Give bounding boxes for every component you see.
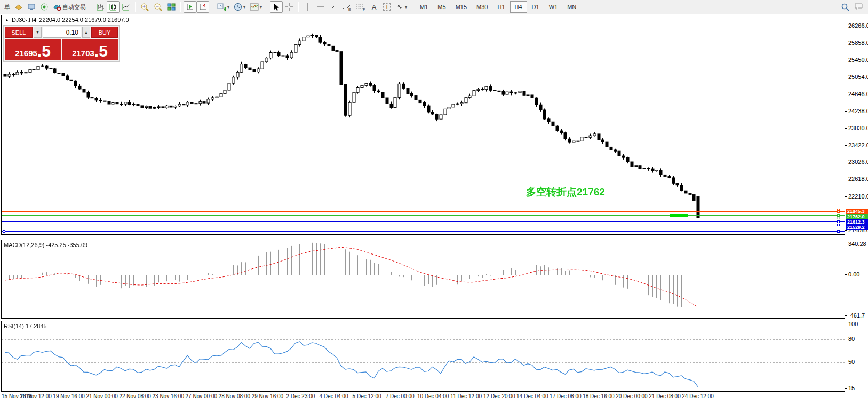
time-axis-label: 19 Nov 16:00 — [53, 393, 85, 399]
clock-icon — [234, 3, 242, 11]
text-tool-button[interactable]: A — [368, 1, 380, 13]
rsi-panel[interactable]: RSI(14) 17.2845 — [1, 321, 845, 392]
separator — [91, 2, 91, 12]
macd-panel[interactable]: MACD(12,26,9) -425.25 -355.09 — [1, 240, 845, 319]
new-chart-button[interactable]: ▾ — [215, 1, 232, 13]
line-handle[interactable] — [837, 220, 840, 223]
axis-tick — [845, 324, 847, 324]
marketwatch-icon[interactable] — [12, 1, 25, 13]
volume-up-stepper[interactable]: ▲ — [82, 27, 90, 38]
horizontal-line-object[interactable] — [2, 211, 845, 212]
buy-button[interactable]: BUY — [91, 27, 118, 38]
horizontal-line-object[interactable] — [2, 231, 845, 232]
volume-input[interactable] — [43, 27, 81, 38]
time-axis-label: 2 Dec 23:00 — [286, 393, 315, 399]
label-tool-button[interactable]: T — [380, 1, 393, 13]
crosshair-tool-button[interactable] — [283, 1, 296, 13]
zoom-in-button[interactable] — [138, 1, 152, 13]
price-chart-panel[interactable]: ▲ DJ30-,H4 22204.0 22254.0 21679.0 21697… — [1, 15, 845, 235]
rsi-chart[interactable] — [2, 321, 845, 391]
timeframe-m1[interactable]: M1 — [415, 1, 433, 13]
zoom-out-button[interactable] — [152, 1, 165, 13]
horizontal-line-object[interactable] — [2, 210, 845, 210]
line-handle[interactable] — [837, 230, 840, 233]
toolbar: 单 自动交易 — [0, 0, 868, 14]
horizontal-line-object[interactable] — [2, 225, 845, 225]
new-order-clipped-label[interactable]: 单 — [2, 3, 12, 11]
line-handle[interactable] — [3, 230, 5, 233]
axis-tick — [845, 43, 847, 43]
macd-axis-label: 340.28 — [848, 241, 866, 247]
zoom-in-icon — [140, 3, 149, 12]
candlestick-mode-button[interactable] — [107, 1, 120, 13]
auto-scroll-icon — [186, 3, 194, 11]
candlestick-chart[interactable] — [2, 15, 845, 234]
timeframe-d1[interactable]: D1 — [527, 1, 544, 13]
chart-shift-button[interactable] — [196, 1, 209, 13]
search-icon — [841, 3, 850, 12]
period-button[interactable]: ▾ — [232, 1, 248, 13]
sell-price-box[interactable]: 21695 .5 — [5, 39, 61, 60]
autotrading-icon — [53, 3, 61, 11]
broadcast-icon[interactable] — [38, 1, 51, 13]
one-click-trade-panel: SELL ▼ ▲ BUY 21695 .5 21703 .5 — [3, 25, 120, 62]
horizontal-line-object[interactable] — [2, 218, 845, 218]
timeframe-h1[interactable]: H1 — [492, 1, 509, 13]
channel-tool-button[interactable]: E — [340, 1, 354, 13]
template-button[interactable]: ▾ — [248, 1, 264, 13]
cursor-icon — [273, 3, 280, 11]
price-axis-label: 26266.0 — [848, 22, 868, 29]
price-level-tag: 21845.3 — [846, 209, 868, 214]
timeframe-mn[interactable]: MN — [562, 1, 581, 13]
sell-price-frac: .5 — [37, 43, 51, 59]
price-axis-label: 24238.0 — [848, 108, 868, 114]
price-axis-label: 23422.0 — [848, 142, 868, 148]
search-button[interactable] — [839, 1, 852, 13]
symbol-period-label: DJ30-,H4 — [12, 17, 36, 23]
bar-chart-mode-button[interactable] — [94, 1, 107, 13]
terminal-icon[interactable] — [25, 1, 38, 13]
axis-tick — [845, 196, 847, 197]
cursor-tool-button[interactable] — [270, 1, 283, 13]
timeframe-m30[interactable]: M30 — [472, 1, 492, 13]
dropdown-caret: ▾ — [405, 5, 407, 10]
fibonacci-tool-button[interactable]: F — [354, 1, 368, 13]
time-axis-label: 24 Dec 12:00 — [682, 393, 714, 399]
line-handle[interactable] — [837, 224, 840, 226]
tile-windows-button[interactable] — [165, 1, 178, 13]
time-axis-label: 16 Nov 12:00 — [20, 393, 52, 399]
horizontal-line-tool-button[interactable] — [314, 1, 327, 13]
horizontal-line-object[interactable] — [2, 221, 845, 222]
time-axis-label: 23 Nov 16:00 — [153, 393, 185, 399]
time-axis-label: 27 Nov 00:00 — [186, 393, 218, 399]
label-t-icon: T — [383, 3, 391, 11]
price-axis-label: 22618.0 — [848, 176, 868, 182]
line-handle[interactable] — [837, 210, 840, 213]
timeframe-m5[interactable]: M5 — [433, 1, 450, 13]
trendline-tool-button[interactable] — [327, 1, 340, 13]
template-icon — [250, 3, 259, 11]
timeframe-w1[interactable]: W1 — [544, 1, 563, 13]
sell-button[interactable]: SELL — [5, 27, 33, 38]
collapse-panel-icon[interactable]: ▲ — [5, 18, 9, 22]
buy-price-box[interactable]: 21703 .5 — [62, 39, 118, 60]
time-axis-label: 12 Dec 20:00 — [483, 393, 515, 399]
arrows-tool-button[interactable]: ▾ — [393, 1, 409, 13]
timeframe-h4[interactable]: H4 — [510, 1, 527, 13]
ohlc-values: 22204.0 22254.0 21679.0 21697.0 — [39, 17, 129, 23]
volume-down-stepper[interactable]: ▼ — [34, 27, 42, 38]
text-a-icon: A — [372, 3, 377, 11]
chat-button[interactable] — [852, 1, 866, 13]
autotrading-button[interactable]: 自动交易 — [51, 1, 88, 13]
vertical-line-tool-button[interactable] — [301, 1, 314, 13]
macd-chart[interactable] — [2, 240, 845, 318]
turning-point-annotation[interactable]: 多空转折点21762 — [526, 185, 605, 199]
line-handle[interactable] — [837, 217, 840, 219]
auto-scroll-button[interactable] — [184, 1, 196, 13]
horizontal-line-object[interactable] — [2, 215, 845, 216]
green-zone-marker[interactable] — [670, 214, 688, 217]
timeframe-m15[interactable]: M15 — [451, 1, 472, 13]
time-axis-label: 17 Dec 08:00 — [550, 393, 582, 399]
chart-title: ▲ DJ30-,H4 22204.0 22254.0 21679.0 21697… — [5, 17, 129, 23]
line-chart-mode-button[interactable] — [120, 1, 132, 13]
